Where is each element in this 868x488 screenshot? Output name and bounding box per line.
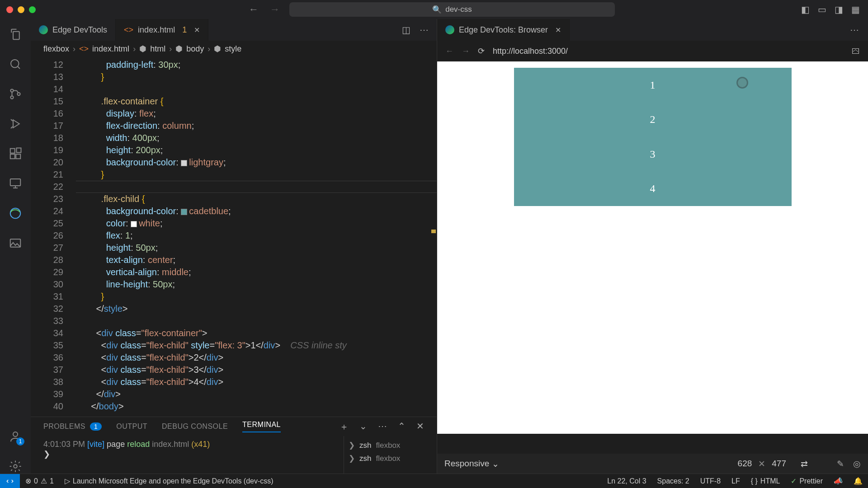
source-control-icon[interactable] <box>8 87 23 101</box>
image-gallery-icon[interactable] <box>8 236 23 250</box>
maximize-panel-icon[interactable]: ⌃ <box>398 421 406 433</box>
tab-problems[interactable]: PROBLEMS 1 <box>43 422 102 431</box>
tab-index-html[interactable]: <> index.html 1 ✕ <box>116 19 208 41</box>
remote-explorer-icon[interactable] <box>8 176 23 191</box>
code-line[interactable]: background-color: lightgray; <box>76 156 437 169</box>
code-line[interactable]: padding-left: 30px; <box>76 59 437 71</box>
code-line[interactable] <box>76 181 437 193</box>
code-line[interactable]: <div class="flex-container"> <box>76 327 437 339</box>
code-line[interactable] <box>76 315 437 327</box>
search-activity-icon[interactable] <box>8 57 23 71</box>
breadcrumb-folder[interactable]: flexbox <box>43 44 69 54</box>
code-line[interactable]: <div class="flex-child">2</div> <box>76 352 437 364</box>
code-line[interactable]: width: 400px; <box>76 132 437 144</box>
warning-marker-icon[interactable] <box>431 230 436 233</box>
minimize-window[interactable] <box>18 6 24 13</box>
feedback-icon[interactable]: 📣 <box>828 477 848 485</box>
code-line[interactable]: <div class="flex-child" style="flex: 3">… <box>76 339 437 352</box>
cursor-position[interactable]: Ln 22, Col 3 <box>602 477 651 485</box>
reload-icon[interactable]: ⟳ <box>478 46 485 56</box>
terminal-output[interactable]: 4:01:03 PM [vite] page reload index.html… <box>31 436 344 474</box>
code-line[interactable]: text-align: center; <box>76 254 437 266</box>
launch-task[interactable]: ▷ Launch Microsoft Edge and open the Edg… <box>59 477 279 485</box>
tab-browser-preview[interactable]: Edge DevTools: Browser ✕ <box>437 19 570 41</box>
panel-bottom-icon[interactable]: ▭ <box>818 4 826 15</box>
terminal-list-item[interactable]: ❯zshflexbox <box>349 439 432 452</box>
encoding-status[interactable]: UTF-8 <box>695 477 726 485</box>
browser-forward-icon: → <box>462 47 470 56</box>
breadcrumb[interactable]: flexbox › <> index.html › ⬢ html › ⬢ bod… <box>31 41 437 57</box>
breadcrumb-file[interactable]: index.html <box>92 44 129 54</box>
maximize-window[interactable] <box>29 6 36 13</box>
remote-indicator[interactable] <box>0 474 20 488</box>
errors-warnings[interactable]: ⊗0 ⚠1 <box>20 477 59 485</box>
url-bar[interactable]: http://localhost:3000/ <box>493 47 844 56</box>
extensions-icon[interactable] <box>8 146 23 161</box>
tab-edge-devtools[interactable]: Edge DevTools <box>31 19 116 41</box>
close-window[interactable] <box>6 6 13 13</box>
code-line[interactable]: <div class="flex-child">3</div> <box>76 364 437 376</box>
breadcrumb-symbol[interactable]: body <box>186 44 204 54</box>
edge-devtools-icon[interactable] <box>8 206 23 221</box>
settings-gear-icon[interactable] <box>8 459 23 474</box>
close-icon[interactable]: ✕ <box>194 26 200 34</box>
breadcrumb-symbol[interactable]: html <box>150 44 165 54</box>
tab-debug-console[interactable]: DEBUG CONSOLE <box>162 422 228 431</box>
code-line[interactable]: flex: 1; <box>76 230 437 242</box>
code-line[interactable]: height: 200px; <box>76 144 437 156</box>
inspect-icon[interactable]: ⮹ <box>852 47 860 56</box>
code-line[interactable]: .flex-child { <box>76 193 437 205</box>
code-line[interactable]: vertical-align: middle; <box>76 266 437 278</box>
code-line[interactable]: } <box>76 291 437 303</box>
panel-right-icon[interactable]: ◨ <box>835 4 843 15</box>
screenshot-icon[interactable]: ◎ <box>853 459 861 469</box>
nav-back-icon[interactable]: ← <box>249 4 259 15</box>
device-mode-select[interactable]: Responsive ⌄ <box>444 459 499 469</box>
tab-output[interactable]: OUTPUT <box>116 422 147 431</box>
tab-terminal[interactable]: TERMINAL <box>242 421 281 432</box>
code-line[interactable]: .flex-container { <box>76 95 437 108</box>
code-line[interactable]: </div> <box>76 388 437 400</box>
terminal-list-item[interactable]: ❯zshflexbox <box>349 452 432 465</box>
close-panel-icon[interactable]: ✕ <box>416 421 424 433</box>
code-line[interactable]: <div class="flex-child">4</div> <box>76 376 437 388</box>
more-icon[interactable]: ⋯ <box>378 421 387 433</box>
explorer-icon[interactable] <box>8 27 23 42</box>
more-actions-icon[interactable]: ⋯ <box>420 24 429 35</box>
more-actions-icon[interactable]: ⋯ <box>841 19 868 41</box>
edit-icon[interactable]: ✎ <box>837 459 844 469</box>
language-mode[interactable]: { } HTML <box>745 477 786 485</box>
bell-icon[interactable]: 🔔 <box>848 477 868 485</box>
split-editor-icon[interactable]: ◫ <box>402 24 410 35</box>
viewport-height[interactable]: 477 <box>772 459 786 469</box>
panel-left-icon[interactable]: ◧ <box>801 4 810 15</box>
code-editor[interactable]: 1213141516171819202122232425262728293031… <box>31 57 437 417</box>
rendered-page[interactable]: 1 2 3 4 <box>437 61 868 434</box>
code-line[interactable]: </body> <box>76 400 437 413</box>
code-line[interactable]: flex-direction: column; <box>76 120 437 132</box>
viewport-width[interactable]: 628 <box>738 459 752 469</box>
code-line[interactable]: height: 50px; <box>76 242 437 254</box>
code-line[interactable] <box>76 83 437 95</box>
breadcrumb-symbol[interactable]: style <box>225 44 241 54</box>
code-line[interactable]: background-color: cadetblue; <box>76 205 437 217</box>
code-line[interactable]: } <box>76 169 437 181</box>
rotate-icon[interactable]: ⇄ <box>801 459 808 469</box>
code-line[interactable]: line-height: 50px; <box>76 278 437 291</box>
new-terminal-icon[interactable]: ＋ <box>340 421 349 433</box>
split-terminal-dropdown-icon[interactable]: ⌄ <box>359 421 367 433</box>
eol-status[interactable]: LF <box>726 477 745 485</box>
code-line[interactable]: </style> <box>76 303 437 315</box>
accounts-icon[interactable]: 1 <box>8 429 23 444</box>
prettier-status[interactable]: ✓ Prettier <box>785 477 828 485</box>
code-line[interactable]: display: flex; <box>76 108 437 120</box>
indent-status[interactable]: Spaces: 2 <box>652 477 695 485</box>
close-icon[interactable]: ✕ <box>555 26 561 34</box>
code-line[interactable]: } <box>76 71 437 83</box>
command-center[interactable]: 🔍 dev-css <box>289 2 615 17</box>
overview-ruler[interactable] <box>429 57 437 417</box>
code-content[interactable]: padding-left: 30px; } .flex-container { … <box>76 57 437 417</box>
code-line[interactable]: color: white; <box>76 217 437 230</box>
run-debug-icon[interactable] <box>8 117 23 131</box>
layout-grid-icon[interactable]: ▦ <box>851 4 860 15</box>
